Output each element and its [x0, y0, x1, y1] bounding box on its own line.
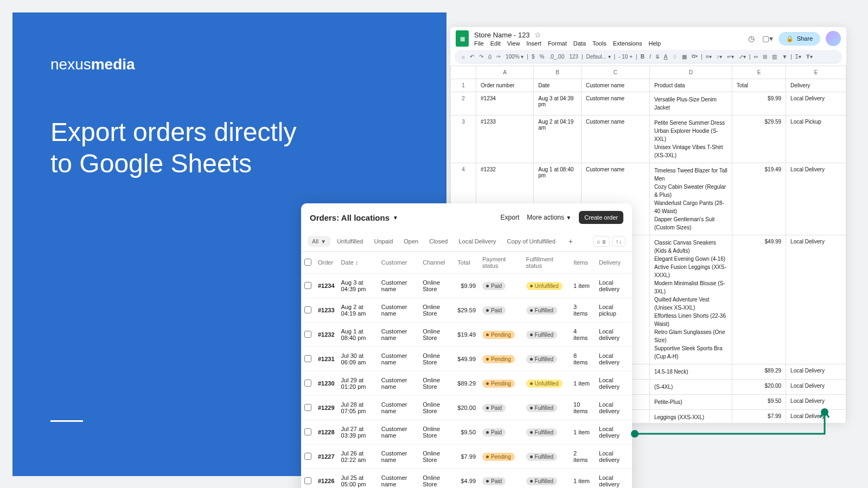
- col-header[interactable]: C: [581, 66, 649, 79]
- order-row[interactable]: #1232Aug 1 at 08:40 pmCustomer nameOnlin…: [301, 323, 632, 347]
- borders-icon[interactable]: ▦: [680, 53, 688, 61]
- col-header[interactable]: D: [649, 66, 732, 79]
- tab-unfulfilled[interactable]: Unfulfilled: [333, 236, 367, 247]
- decimal-button[interactable]: .0_.00: [547, 53, 566, 61]
- row-checkbox[interactable]: [304, 355, 311, 362]
- menu-tools[interactable]: Tools: [592, 40, 607, 47]
- more-actions-link[interactable]: More actions ▼: [527, 214, 571, 221]
- menu-format[interactable]: Format: [548, 40, 567, 47]
- menu-edit[interactable]: Edit: [490, 40, 501, 47]
- row-num[interactable]: 2: [451, 92, 476, 115]
- header-cell[interactable]: Product data: [649, 79, 732, 92]
- create-order-button[interactable]: Create order: [579, 211, 623, 224]
- header-cell[interactable]: Order number: [476, 79, 534, 92]
- comment-icon[interactable]: ▢▾: [762, 33, 773, 44]
- order-row[interactable]: #1227Jul 26 at 02:22 amCustomer nameOnli…: [301, 445, 632, 469]
- chart-icon[interactable]: ▥: [770, 53, 778, 61]
- wrap-icon[interactable]: ↵▾: [725, 53, 736, 61]
- redo-icon[interactable]: ↷: [477, 53, 485, 61]
- menu-help[interactable]: Help: [648, 40, 661, 47]
- more-toolbar-icon[interactable]: Y▾: [805, 53, 814, 61]
- row-checkbox[interactable]: [304, 380, 311, 387]
- tab-local-delivery[interactable]: Local Delivery: [454, 236, 500, 247]
- order-row[interactable]: #1234Aug 3 at 04:39 pmCustomer nameOnlin…: [301, 274, 632, 298]
- valign-icon[interactable]: ↕▾: [715, 53, 724, 61]
- rotate-icon[interactable]: ⤢▾: [737, 53, 748, 61]
- strike-icon[interactable]: S̶: [654, 53, 661, 61]
- tab-unpaid[interactable]: Unpaid: [369, 236, 397, 247]
- functions-icon[interactable]: Σ▾: [794, 53, 803, 61]
- row-checkbox[interactable]: [304, 282, 311, 289]
- italic-icon[interactable]: I: [648, 53, 653, 61]
- row-checkbox[interactable]: [304, 428, 311, 435]
- text-color-icon[interactable]: A: [662, 53, 669, 61]
- currency-button[interactable]: $: [530, 53, 537, 61]
- col-header[interactable]: E: [786, 66, 846, 79]
- share-button[interactable]: 🔒 Share: [778, 32, 820, 46]
- col-items[interactable]: Items: [570, 252, 596, 274]
- tab-open[interactable]: Open: [399, 236, 423, 247]
- row-checkbox[interactable]: [304, 306, 311, 313]
- col-delivery[interactable]: Delivery: [596, 252, 632, 274]
- percent-button[interactable]: %: [538, 53, 546, 61]
- col-customer[interactable]: Customer: [378, 252, 420, 274]
- col-header[interactable]: [451, 66, 476, 79]
- row-num[interactable]: 3: [451, 115, 476, 163]
- star-icon[interactable]: ☆: [534, 30, 541, 39]
- paint-format-icon[interactable]: ✑: [495, 53, 502, 61]
- font-select[interactable]: Defaul... ▾: [585, 53, 612, 61]
- align-icon[interactable]: ≡▾: [704, 53, 713, 61]
- header-cell[interactable]: Delivery: [786, 79, 846, 92]
- search-filter-button[interactable]: ⌕ ☰: [593, 236, 610, 247]
- order-row[interactable]: #1228Jul 27 at 03:39 pmCustomer nameOnli…: [301, 420, 632, 445]
- link-icon[interactable]: ⇔: [752, 53, 760, 61]
- col-header[interactable]: B: [534, 66, 582, 79]
- export-link[interactable]: Export: [501, 214, 520, 221]
- order-row[interactable]: #1229Jul 28 at 07:05 pmCustomer nameOnli…: [301, 396, 632, 420]
- menu-data[interactable]: Data: [573, 40, 586, 47]
- header-cell[interactable]: 1: [451, 79, 476, 92]
- sheets-title[interactable]: Store Name - 123☆: [474, 30, 741, 39]
- comment-add-icon[interactable]: ⊞: [761, 53, 769, 61]
- col-header[interactable]: E: [732, 66, 786, 79]
- menu-insert[interactable]: Insert: [526, 40, 541, 47]
- header-cell[interactable]: Customer name: [581, 79, 649, 92]
- header-cell[interactable]: Date: [534, 79, 582, 92]
- menu-view[interactable]: View: [507, 40, 520, 47]
- col-date[interactable]: Date ↕: [338, 252, 378, 274]
- history-icon[interactable]: ◷: [746, 33, 757, 44]
- format-button[interactable]: 123: [567, 53, 580, 61]
- bold-icon[interactable]: B: [639, 53, 646, 61]
- zoom-select[interactable]: 100% ▾: [504, 53, 525, 61]
- filter-icon[interactable]: ▼: [780, 53, 789, 61]
- undo-icon[interactable]: ↶: [468, 53, 476, 61]
- fill-color-icon[interactable]: ♢: [671, 53, 679, 61]
- search-icon[interactable]: ⌕: [460, 53, 467, 61]
- orders-title[interactable]: Orders: All locations ▼: [310, 213, 398, 222]
- add-tab-button[interactable]: +: [564, 235, 577, 248]
- order-row[interactable]: #1231Jul 30 at 06:09 amCustomer nameOnli…: [301, 347, 632, 371]
- col-channel[interactable]: Channel: [419, 252, 454, 274]
- row-checkbox[interactable]: [304, 453, 311, 460]
- col-payment-status[interactable]: Payment status: [479, 252, 523, 274]
- print-icon[interactable]: ⎙: [487, 53, 493, 61]
- menu-extensions[interactable]: Extensions: [613, 40, 642, 47]
- tab-closed[interactable]: Closed: [425, 236, 452, 247]
- col-total[interactable]: Total: [454, 252, 479, 274]
- col-order[interactable]: Order: [315, 252, 338, 274]
- menu-file[interactable]: File: [474, 40, 484, 47]
- row-checkbox[interactable]: [304, 477, 311, 484]
- select-all-checkbox[interactable]: [304, 259, 311, 266]
- font-size[interactable]: - 10 +: [617, 53, 634, 61]
- avatar[interactable]: [826, 31, 841, 46]
- header-cell[interactable]: Total: [732, 79, 786, 92]
- order-row[interactable]: #1233Aug 2 at 04:19 amCustomer nameOnlin…: [301, 298, 632, 323]
- tab-all[interactable]: All ▼: [308, 236, 330, 247]
- sort-button[interactable]: ↑↓: [612, 236, 626, 247]
- order-row[interactable]: #1230Jul 29 at 01:20 pmCustomer nameOnli…: [301, 371, 632, 396]
- row-checkbox[interactable]: [304, 331, 311, 338]
- tab-copy-of-unfulfilled[interactable]: Copy of Unfulfilled: [503, 236, 560, 247]
- merge-icon[interactable]: ⧉▾: [690, 52, 699, 61]
- col-header[interactable]: A: [476, 66, 534, 79]
- order-row[interactable]: #1226Jul 25 at 05:00 pmCustomer nameOnli…: [301, 469, 632, 489]
